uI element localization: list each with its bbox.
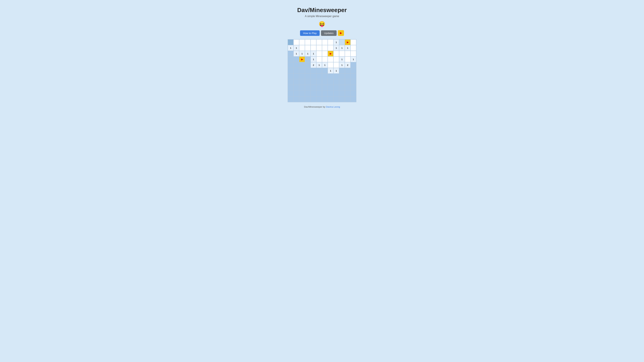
cell-3-3[interactable] <box>305 56 310 62</box>
cell-1-1[interactable]: 1 <box>294 45 299 51</box>
cell-3-2[interactable]: ▶ <box>299 56 305 62</box>
cell-4-0[interactable] <box>288 62 294 68</box>
cell-1-11[interactable] <box>350 45 356 51</box>
cell-7-1[interactable] <box>294 79 299 85</box>
cell-8-4[interactable] <box>310 85 316 91</box>
cell-9-5[interactable] <box>316 91 322 96</box>
cell-1-9[interactable]: 1 <box>339 45 345 51</box>
cell-0-3[interactable] <box>305 39 310 45</box>
cell-2-3[interactable]: 1 <box>305 51 310 56</box>
cell-3-7[interactable] <box>328 56 334 62</box>
cell-2-11[interactable] <box>350 51 356 56</box>
cell-3-10[interactable] <box>345 56 350 62</box>
cell-6-10[interactable] <box>345 73 350 79</box>
cell-6-7[interactable] <box>328 73 334 79</box>
cell-2-4[interactable]: 1 <box>310 51 316 56</box>
cell-10-0[interactable] <box>288 96 294 102</box>
cell-7-9[interactable] <box>339 79 345 85</box>
cell-6-2[interactable] <box>299 73 305 79</box>
cell-4-3[interactable] <box>305 62 310 68</box>
cell-1-6[interactable] <box>322 45 328 51</box>
cell-2-9[interactable] <box>339 51 345 56</box>
cell-3-5[interactable] <box>316 56 322 62</box>
cell-0-8[interactable]: 1 <box>334 39 339 45</box>
cell-7-3[interactable] <box>305 79 310 85</box>
cell-9-8[interactable] <box>334 91 339 96</box>
cell-0-1[interactable] <box>294 39 299 45</box>
cell-9-9[interactable] <box>339 91 345 96</box>
cell-5-4[interactable] <box>310 68 316 73</box>
cell-5-9[interactable] <box>339 68 345 73</box>
cell-4-5[interactable]: 1 <box>316 62 322 68</box>
cell-1-5[interactable] <box>316 45 322 51</box>
cell-10-4[interactable] <box>310 96 316 102</box>
cell-1-2[interactable] <box>299 45 305 51</box>
cell-10-10[interactable] <box>345 96 350 102</box>
cell-5-3[interactable] <box>305 68 310 73</box>
cell-5-0[interactable] <box>288 68 294 73</box>
updates-button[interactable]: Updates <box>321 30 336 36</box>
cell-4-1[interactable] <box>294 62 299 68</box>
cell-8-3[interactable] <box>305 85 310 91</box>
cell-8-6[interactable] <box>322 85 328 91</box>
cell-4-2[interactable] <box>299 62 305 68</box>
cell-6-1[interactable] <box>294 73 299 79</box>
cell-6-4[interactable] <box>310 73 316 79</box>
cell-2-2[interactable]: 1 <box>299 51 305 56</box>
cell-2-8[interactable] <box>334 51 339 56</box>
cell-1-0[interactable]: 1 <box>288 45 294 51</box>
cell-0-2[interactable] <box>299 39 305 45</box>
cell-10-2[interactable] <box>299 96 305 102</box>
cell-8-1[interactable] <box>294 85 299 91</box>
cell-4-11[interactable] <box>350 62 356 68</box>
cell-3-9[interactable]: 1 <box>339 56 345 62</box>
cell-1-8[interactable]: 1 <box>334 45 339 51</box>
cell-2-1[interactable]: 1 <box>294 51 299 56</box>
cell-7-8[interactable] <box>334 79 339 85</box>
cell-1-7[interactable] <box>328 45 334 51</box>
cell-5-1[interactable] <box>294 68 299 73</box>
cell-10-11[interactable] <box>350 96 356 102</box>
author-link[interactable]: Davina Leong <box>326 106 340 108</box>
cell-7-0[interactable] <box>288 79 294 85</box>
cell-5-11[interactable] <box>350 68 356 73</box>
cell-3-6[interactable] <box>322 56 328 62</box>
cell-0-4[interactable] <box>310 39 316 45</box>
cell-0-6[interactable] <box>322 39 328 45</box>
cell-3-4[interactable]: 1 <box>310 56 316 62</box>
cell-6-3[interactable] <box>305 73 310 79</box>
cell-5-2[interactable] <box>299 68 305 73</box>
cell-0-7[interactable] <box>328 39 334 45</box>
cell-8-10[interactable] <box>345 85 350 91</box>
cell-4-6[interactable]: 1 <box>322 62 328 68</box>
cell-3-11[interactable]: 1 <box>350 56 356 62</box>
cell-10-1[interactable] <box>294 96 299 102</box>
cell-5-6[interactable] <box>322 68 328 73</box>
cell-10-3[interactable] <box>305 96 310 102</box>
cell-9-10[interactable] <box>345 91 350 96</box>
cell-2-7[interactable]: ▶ <box>328 51 334 56</box>
cell-7-4[interactable] <box>310 79 316 85</box>
cell-2-0[interactable] <box>288 51 294 56</box>
cell-2-5[interactable] <box>316 51 322 56</box>
cell-3-0[interactable] <box>288 56 294 62</box>
cell-4-8[interactable] <box>334 62 339 68</box>
cell-9-7[interactable] <box>328 91 334 96</box>
cell-8-2[interactable] <box>299 85 305 91</box>
cell-5-8[interactable]: 1 <box>334 68 339 73</box>
cell-6-6[interactable] <box>322 73 328 79</box>
cell-9-2[interactable] <box>299 91 305 96</box>
cell-3-1[interactable] <box>294 56 299 62</box>
cell-4-9[interactable]: 1 <box>339 62 345 68</box>
emoji-face[interactable]: 😝 <box>319 21 325 27</box>
cell-8-11[interactable] <box>350 85 356 91</box>
cell-8-0[interactable] <box>288 85 294 91</box>
cell-9-3[interactable] <box>305 91 310 96</box>
cell-8-9[interactable] <box>339 85 345 91</box>
cell-2-6[interactable] <box>322 51 328 56</box>
cell-4-4[interactable]: 2 <box>310 62 316 68</box>
cell-0-0[interactable] <box>288 39 294 45</box>
cell-1-4[interactable] <box>310 45 316 51</box>
cell-6-8[interactable] <box>334 73 339 79</box>
cell-9-1[interactable] <box>294 91 299 96</box>
